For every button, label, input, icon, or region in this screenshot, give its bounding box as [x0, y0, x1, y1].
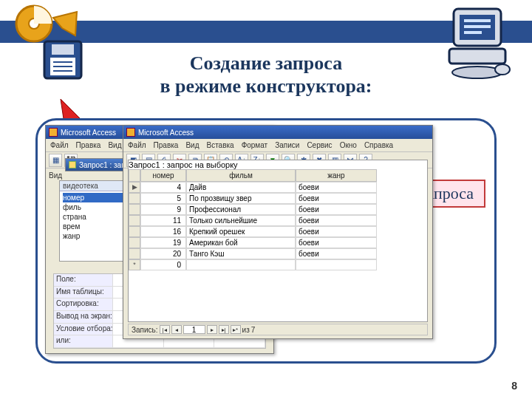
cell[interactable]: боеви [296, 237, 377, 248]
grid-label: Поле: [54, 274, 113, 287]
menu-help[interactable]: Справка [364, 141, 393, 149]
grid-label: Условие отбора: [54, 324, 113, 336]
row-selector-header [129, 169, 140, 182]
recnav-prev[interactable]: ◂ [171, 325, 182, 334]
menu-view[interactable]: Вид [185, 141, 199, 149]
menu-file[interactable]: Файл [50, 141, 69, 149]
recnav-last[interactable]: ▸| [219, 325, 229, 334]
access-window-datasheet: Microsoft Access Файл Правка Вид Вставка… [123, 125, 433, 339]
page-number: 8 [511, 380, 517, 392]
col-header[interactable]: жанр [296, 169, 377, 182]
cell[interactable]: 11 [140, 215, 186, 226]
cell[interactable]: боеви [296, 226, 377, 237]
record-navigator[interactable]: Запись: |◂ ◂ ▸ ▸| ▸* из 7 [128, 324, 428, 335]
grid-label: Вывод на экран: [54, 311, 113, 324]
cell[interactable]: 4 [140, 182, 186, 193]
svg-rect-11 [464, 25, 491, 28]
menu-file[interactable]: Файл [128, 141, 146, 149]
row-selector-new[interactable]: * [129, 259, 140, 270]
menu-tools[interactable]: Сервис [307, 141, 332, 149]
field-item[interactable]: жанр [63, 231, 126, 241]
grid-label: или: [54, 335, 113, 348]
cell[interactable]: Дайв [186, 182, 296, 193]
cell[interactable]: боеви [296, 248, 377, 259]
cell[interactable]: Танго Кэш [186, 248, 296, 259]
cell[interactable]: боеви [296, 193, 377, 204]
cell[interactable]: Крепкий орешек [186, 226, 296, 237]
row-selector[interactable]: ▶ [129, 182, 140, 193]
field-list-items[interactable]: номер филь страна врем жанр [60, 191, 129, 242]
recnav-label: Запись: [132, 326, 158, 334]
screenshot-stage: апроса результат Microsoft Access Файл П… [35, 118, 497, 364]
cell[interactable]: боеви [296, 204, 377, 215]
cell[interactable]: боеви [296, 182, 377, 193]
slide-title-line2: в режиме конструктора: [160, 75, 372, 97]
row-selector[interactable] [129, 248, 140, 259]
recnav-first[interactable]: |◂ [160, 325, 170, 334]
recnav-next[interactable]: ▸ [207, 325, 217, 334]
recnav-total-prefix: из [242, 326, 250, 334]
slide-title-line1: Создание запроса [190, 52, 342, 74]
titlebar-text: Microsoft Access [138, 129, 194, 137]
recnav-new[interactable]: ▸* [231, 325, 241, 334]
datasheet-grid[interactable]: номер фильм жанр ▶ 4 Дайв боеви 5 По про… [129, 169, 427, 270]
cell[interactable]: 19 [140, 237, 186, 248]
row-selector[interactable] [129, 215, 140, 226]
menu-view[interactable]: Вид [108, 141, 121, 149]
tool-view[interactable]: ▦ [49, 154, 62, 167]
slide-title: Создание запроса в режиме конструктора: [0, 52, 532, 98]
cell[interactable]: Американ бой [186, 237, 296, 248]
vid-label: Вид [49, 171, 62, 180]
menu-records[interactable]: Записи [275, 141, 299, 149]
menubar-front[interactable]: Файл Правка Вид Вставка Формат Записи Се… [123, 139, 432, 152]
field-list[interactable]: видеотека номер филь страна врем жанр [59, 180, 130, 262]
menu-insert[interactable]: Вставка [206, 141, 233, 149]
row-selector[interactable] [129, 204, 140, 215]
app-icon [49, 128, 58, 137]
cell[interactable] [296, 259, 377, 270]
menu-edit[interactable]: Правка [76, 141, 101, 149]
field-item[interactable]: номер [63, 193, 126, 202]
row-selector[interactable] [129, 193, 140, 204]
svg-rect-10 [464, 19, 491, 22]
menu-format[interactable]: Формат [242, 141, 268, 149]
cell[interactable]: Профессионал [186, 204, 296, 215]
row-selector[interactable] [129, 226, 140, 237]
field-item[interactable]: страна [63, 212, 126, 222]
datasheet-child: Запрос1 : запрос на выборку номер фильм … [128, 160, 428, 322]
cell[interactable]: 0 [140, 259, 186, 270]
row-selector[interactable] [129, 237, 140, 248]
cell[interactable]: 16 [140, 226, 186, 237]
app-icon [126, 128, 135, 137]
child-title-front: Запрос1 : запрос на выборку [129, 160, 238, 169]
menu-edit[interactable]: Правка [154, 141, 179, 149]
titlebar-front[interactable]: Microsoft Access [123, 126, 432, 139]
titlebar-text: Microsoft Access [61, 129, 116, 137]
cell[interactable]: 5 [140, 193, 186, 204]
cell[interactable]: По прозвищу звер [186, 193, 296, 204]
recnav-total: 7 [251, 326, 256, 334]
grid-label: Имя таблицы: [54, 287, 113, 299]
child-titlebar-front[interactable]: Запрос1 : запрос на выборку [129, 160, 427, 169]
cell[interactable]: боеви [296, 215, 377, 226]
cell[interactable] [186, 259, 296, 270]
cell[interactable]: 9 [140, 204, 186, 215]
field-item[interactable]: врем [63, 222, 126, 231]
query-icon [69, 161, 76, 168]
svg-rect-12 [464, 31, 482, 34]
menu-window[interactable]: Окно [340, 141, 357, 149]
cell[interactable]: Только сильнейшие [186, 215, 296, 226]
col-header[interactable]: фильм [186, 169, 296, 182]
grid-label: Сортировка: [54, 299, 113, 311]
col-header[interactable]: номер [140, 169, 186, 182]
field-item[interactable]: филь [63, 202, 126, 212]
recnav-current[interactable] [183, 325, 205, 334]
field-list-header: видеотека [60, 181, 129, 191]
cell[interactable]: 20 [140, 248, 186, 259]
